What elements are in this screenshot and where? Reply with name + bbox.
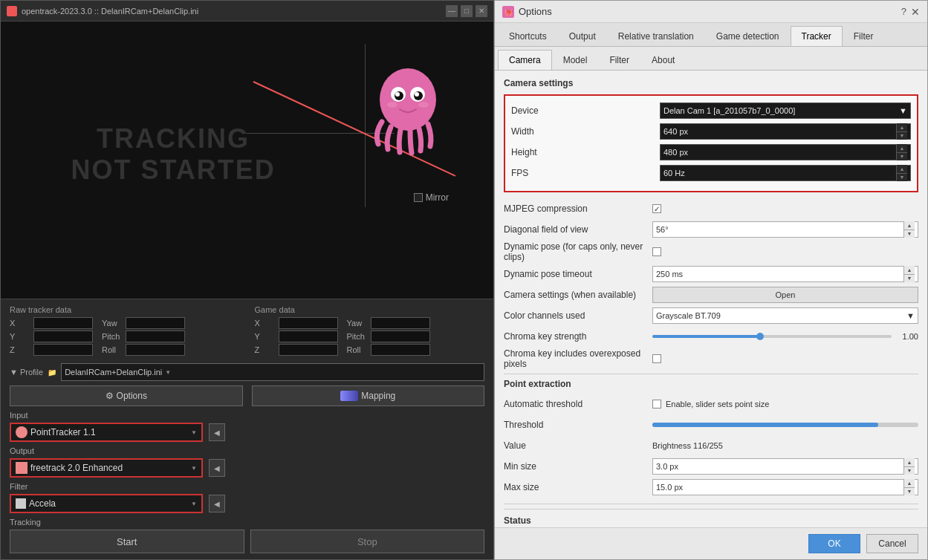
height-value: 480 px (663, 148, 896, 157)
fov-control: 56° ▲ ▼ (652, 221, 918, 238)
width-value: 640 px (663, 127, 896, 136)
timeout-down[interactable]: ▼ (904, 275, 915, 283)
width-spinbox[interactable]: 640 px ▲ ▼ (660, 123, 911, 140)
height-spinbox[interactable]: 480 px ▲ ▼ (660, 144, 911, 160)
status-section: Status Camera Info: Tracker offline Extr… (504, 509, 918, 527)
tab-filter[interactable]: Filter (843, 26, 885, 46)
ok-button[interactable]: OK (808, 534, 860, 553)
height-up[interactable]: ▲ (897, 144, 907, 153)
tab-game-detection[interactable]: Game detection (705, 26, 791, 46)
filter-config-button[interactable]: ◀ (209, 495, 225, 512)
dynamic-timeout-control: 250 ms ▲ ▼ (652, 266, 918, 282)
fps-down[interactable]: ▼ (897, 174, 907, 182)
color-channels-dropdown[interactable]: Grayscale BT.709 ▼ (652, 307, 918, 324)
game-data-group: Game data X Yaw Y Pitch Z Roll (255, 305, 485, 357)
width-down[interactable]: ▼ (897, 132, 907, 140)
width-up[interactable]: ▲ (897, 123, 907, 132)
options-button[interactable]: ⚙ Options (10, 385, 243, 406)
dynamic-timeout-arrows: ▲ ▼ (903, 266, 915, 282)
filter-dropdown[interactable]: Accela ▼ (10, 494, 203, 513)
timeout-up[interactable]: ▲ (904, 266, 915, 275)
mjpeg-checkbox[interactable]: ✓ (652, 204, 661, 213)
output-section: Output (10, 446, 484, 455)
width-control: 640 px ▲ ▼ (660, 123, 911, 140)
input-dropdown[interactable]: PointTracker 1.1 ▼ (10, 423, 203, 442)
divider-2 (504, 504, 918, 504)
max-size-spinbox[interactable]: 15.0 px ▲ ▼ (652, 479, 918, 495)
fps-spinbox[interactable]: 60 Hz ▲ ▼ (660, 165, 911, 181)
tab-shortcuts[interactable]: Shortcuts (498, 26, 558, 46)
fov-up[interactable]: ▲ (904, 221, 915, 230)
chroma-slider-thumb[interactable] (756, 333, 764, 340)
dynamic-timeout-spinbox[interactable]: 250 ms ▲ ▼ (652, 266, 918, 282)
fov-value: 56° (656, 225, 903, 234)
options-label: Options (117, 391, 147, 401)
profile-dropdown[interactable]: DelanIRCam+DelanClip.ini ▼ (61, 363, 484, 381)
fov-spinbox[interactable]: 56° ▲ ▼ (652, 221, 918, 238)
chroma-strength-control[interactable]: 1.00 (652, 332, 918, 341)
tab-about[interactable]: About (640, 50, 686, 70)
mapping-button[interactable]: Mapping (252, 385, 485, 406)
cancel-button[interactable]: Cancel (866, 534, 918, 553)
options-mapping-row: ⚙ Options Mapping (10, 385, 484, 406)
threshold-track[interactable] (652, 423, 918, 427)
chroma-overexposed-checkbox[interactable] (652, 354, 661, 363)
close-button[interactable]: ✕ (476, 5, 487, 17)
max-size-down[interactable]: ▼ (904, 488, 915, 496)
z-key: Z (10, 345, 32, 354)
maximize-button[interactable]: □ (461, 5, 473, 17)
device-control: Delan Cam 1 [a_201057b7_0_0000] ▼ (660, 102, 911, 119)
fps-label: FPS (511, 168, 660, 178)
chroma-slider-fill (652, 335, 760, 338)
fps-up[interactable]: ▲ (897, 165, 907, 174)
svg-point-8 (418, 102, 429, 108)
height-label: Height (511, 147, 660, 157)
options-gear-icon: ⚙ (106, 391, 114, 401)
options-title-bar: 🐙 Options ? ✕ (495, 1, 927, 23)
tab-model[interactable]: Model (552, 50, 599, 70)
output-dropdown[interactable]: freetrack 2.0 Enhanced ▼ (10, 458, 203, 478)
fov-down[interactable]: ▼ (904, 230, 915, 238)
tab-output[interactable]: Output (558, 26, 607, 46)
stop-button[interactable]: Stop (250, 530, 485, 553)
min-size-down[interactable]: ▼ (904, 467, 915, 475)
auto-threshold-checkbox[interactable] (652, 400, 661, 408)
chroma-strength-value: 1.00 (896, 332, 918, 341)
chroma-slider-track[interactable] (652, 335, 892, 338)
tab-tracker[interactable]: Tracker (791, 26, 843, 46)
width-label: Width (511, 126, 660, 137)
dynamic-pose-checkbox[interactable] (652, 247, 661, 256)
tab-filter2[interactable]: Filter (598, 50, 640, 70)
open-button[interactable]: Open (652, 287, 918, 303)
mirror-control[interactable]: Mirror (414, 192, 449, 203)
tab-relative-translation[interactable]: Relative translation (607, 26, 705, 46)
device-dropdown[interactable]: Delan Cam 1 [a_201057b7_0_0000] ▼ (660, 102, 911, 119)
color-channels-arrow: ▼ (906, 311, 915, 320)
auto-threshold-row: Automatic threshold Enable, slider sets … (504, 395, 918, 413)
pitch-key: Pitch (102, 332, 124, 341)
start-button[interactable]: Start (10, 530, 244, 553)
height-down[interactable]: ▼ (897, 153, 907, 161)
max-size-up[interactable]: ▲ (904, 479, 915, 488)
options-close-button[interactable]: ✕ (911, 6, 920, 18)
min-size-spinbox[interactable]: 3.0 px ▲ ▼ (652, 458, 918, 475)
mirror-checkbox[interactable] (414, 193, 423, 202)
chroma-slider-container[interactable]: 1.00 (652, 332, 918, 341)
tab-bar-2: Camera Model Filter About (495, 47, 927, 71)
x-key: X (10, 319, 32, 328)
game-z-key: Z (255, 345, 277, 354)
mirror-label: Mirror (426, 192, 449, 203)
profile-row: ▼ Profile 📁 DelanIRCam+DelanClip.ini ▼ (10, 363, 484, 381)
options-title: 🐙 Options (502, 6, 552, 18)
game-pitch-value (371, 331, 430, 342)
options-help-button[interactable]: ? (901, 6, 906, 18)
output-config-button[interactable]: ◀ (209, 459, 225, 477)
minimize-button[interactable]: — (446, 5, 458, 17)
min-size-up[interactable]: ▲ (904, 458, 915, 467)
threshold-control[interactable] (652, 423, 918, 427)
svg-point-5 (395, 92, 400, 97)
tab-camera[interactable]: Camera (498, 50, 552, 70)
input-config-button[interactable]: ◀ (209, 423, 225, 441)
z-value (33, 344, 93, 356)
options-window: 🐙 Options ? ✕ Shortcuts Output Relative … (494, 0, 928, 560)
